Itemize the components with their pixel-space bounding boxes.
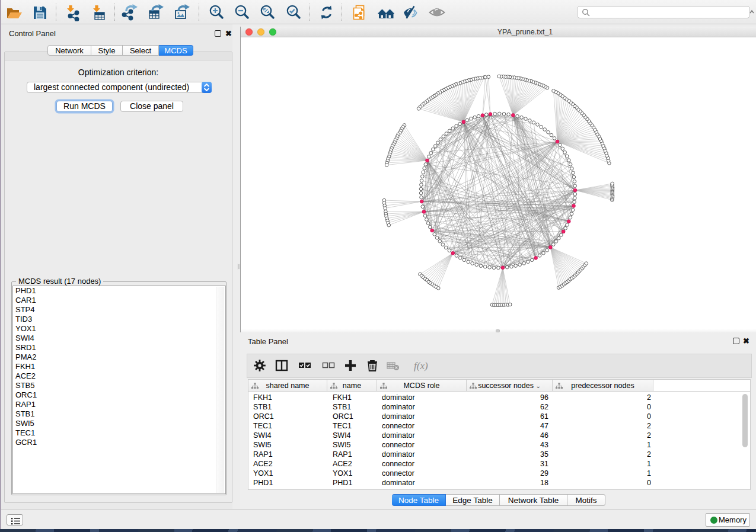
svg-text:f(x): f(x) — [414, 360, 428, 371]
